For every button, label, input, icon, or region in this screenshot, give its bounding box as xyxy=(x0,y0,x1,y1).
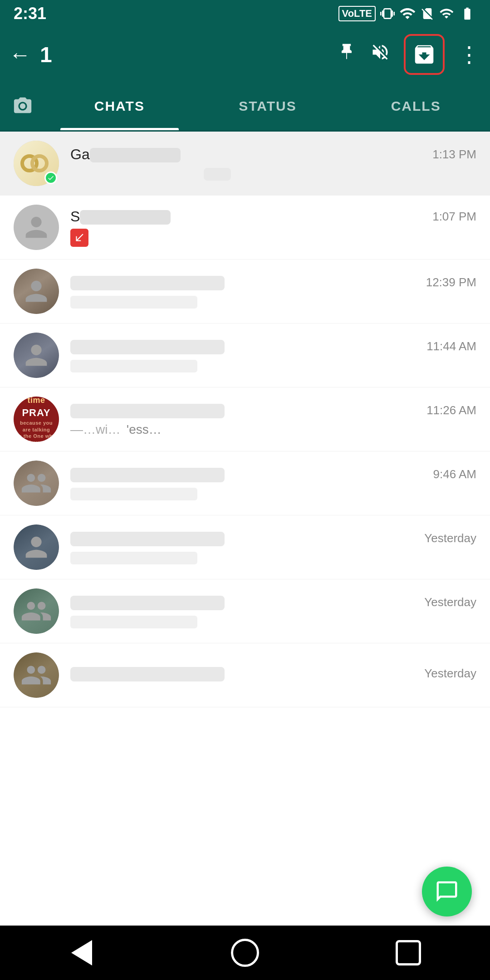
chat-content: Yesterday xyxy=(70,594,476,629)
chat-preview xyxy=(70,614,197,629)
name-blur xyxy=(70,340,225,354)
chat-preview: —…wi… 'ess… xyxy=(70,422,162,437)
missed-call-icon xyxy=(70,229,88,247)
chat-time: Yesterday xyxy=(424,666,476,681)
chat-item[interactable]: sweetest time pray because you are talki… xyxy=(0,387,490,451)
chat-item[interactable]: 9:46 AM xyxy=(0,451,490,515)
chat-name: S xyxy=(70,208,171,225)
chat-name xyxy=(70,274,229,291)
chat-time: 11:44 AM xyxy=(426,339,476,353)
avatar-wrap xyxy=(14,461,59,506)
chat-item[interactable]: S 1:07 PM xyxy=(0,196,490,260)
chat-time: 9:46 AM xyxy=(433,467,476,481)
online-badge xyxy=(44,172,57,184)
chat-name-row: Yesterday xyxy=(70,530,476,547)
chat-item[interactable]: 11:44 AM xyxy=(0,323,490,387)
chat-preview-row xyxy=(70,614,476,629)
volte-icon: VoLTE xyxy=(338,6,376,21)
chat-preview xyxy=(70,358,197,373)
chat-name-row: 9:46 AM xyxy=(70,466,476,483)
status-tab[interactable]: STATUS xyxy=(194,82,342,130)
pin-icon[interactable] xyxy=(337,42,357,67)
chat-preview-row xyxy=(70,550,476,565)
chat-list: Ga 1:13 PM S 1:07 PM xyxy=(0,132,490,816)
pray-avatar: sweetest time pray because you are talki… xyxy=(14,397,59,442)
battery-icon xyxy=(458,6,476,21)
nav-recents-button[interactable] xyxy=(390,935,426,971)
chat-preview-row xyxy=(70,229,476,247)
chat-item[interactable]: 12:39 PM xyxy=(0,260,490,323)
more-options-button[interactable]: ⋮ xyxy=(458,42,481,67)
chat-item[interactable]: Ga 1:13 PM xyxy=(0,132,490,196)
chat-name xyxy=(70,338,229,355)
chat-preview-row: —…wi… 'ess… xyxy=(70,422,476,437)
chats-tab[interactable]: CHATS xyxy=(45,82,194,130)
preview-blur xyxy=(70,616,197,628)
vibrate-icon xyxy=(380,6,395,21)
avatar-wrap xyxy=(14,333,59,378)
avatar-wrap xyxy=(14,652,59,698)
name-blur xyxy=(70,276,225,290)
avatar xyxy=(14,524,59,570)
top-bar: ← 1 ⋮ xyxy=(0,27,490,82)
avatar: sweetest time pray because you are talki… xyxy=(14,397,59,442)
chat-time: Yesterday xyxy=(424,595,476,609)
chat-time: 12:39 PM xyxy=(426,275,476,289)
name-blur xyxy=(70,404,225,418)
chat-preview xyxy=(70,486,197,501)
chat-preview xyxy=(70,294,197,309)
avatar xyxy=(14,652,59,698)
chat-name xyxy=(70,530,229,547)
chat-time: 11:26 AM xyxy=(426,403,476,417)
avatar xyxy=(14,205,59,250)
name-blur xyxy=(80,210,171,225)
chat-item[interactable]: Yesterday xyxy=(0,579,490,643)
chat-name: Ga xyxy=(70,146,181,163)
new-chat-fab[interactable] xyxy=(422,867,472,916)
chat-item[interactable]: Yesterday xyxy=(0,643,490,707)
chat-preview-row xyxy=(70,486,476,501)
mute-icon[interactable] xyxy=(370,42,390,67)
camera-tab[interactable] xyxy=(0,82,45,130)
chat-item[interactable]: Yesterday xyxy=(0,515,490,579)
chat-preview-row xyxy=(70,167,476,181)
bottom-nav xyxy=(0,926,490,980)
avatar-wrap xyxy=(14,588,59,634)
preview-blur xyxy=(70,360,197,372)
back-button[interactable]: ← xyxy=(9,42,31,67)
chat-content: 12:39 PM xyxy=(70,274,476,309)
chat-time: 1:07 PM xyxy=(432,210,476,224)
tab-bar: CHATS STATUS CALLS xyxy=(0,82,490,132)
avatar-wrap xyxy=(14,205,59,250)
avatar-wrap xyxy=(14,141,59,186)
chat-name-row: S 1:07 PM xyxy=(70,208,476,225)
nav-home-button[interactable] xyxy=(227,935,263,971)
chat-content: Yesterday xyxy=(70,665,476,686)
chat-content: Ga 1:13 PM xyxy=(70,146,476,181)
chat-name xyxy=(70,594,229,611)
chat-preview-row xyxy=(70,294,476,309)
chat-content: 11:44 AM xyxy=(70,338,476,373)
name-blur xyxy=(70,532,225,546)
status-bar: 2:31 VoLTE xyxy=(0,0,490,27)
chat-content: 11:26 AM —…wi… 'ess… xyxy=(70,402,476,437)
calls-tab[interactable]: CALLS xyxy=(342,82,490,130)
name-blur xyxy=(70,468,225,482)
avatar-wrap xyxy=(14,524,59,570)
preview-blur xyxy=(70,168,197,181)
preview-blur xyxy=(70,552,197,564)
avatar xyxy=(14,333,59,378)
avatar xyxy=(14,588,59,634)
archive-button[interactable] xyxy=(404,34,445,75)
chat-preview xyxy=(70,167,231,181)
chat-name-row: 11:26 AM xyxy=(70,402,476,419)
chat-content: 9:46 AM xyxy=(70,466,476,501)
chat-name-row: 11:44 AM xyxy=(70,338,476,355)
chat-name xyxy=(70,466,229,483)
chat-name xyxy=(70,402,229,419)
preview-blur xyxy=(70,296,197,309)
chat-name-row: Yesterday xyxy=(70,665,476,682)
nav-back-button[interactable] xyxy=(64,935,100,971)
chat-time: Yesterday xyxy=(424,531,476,545)
name-blur xyxy=(70,667,225,681)
